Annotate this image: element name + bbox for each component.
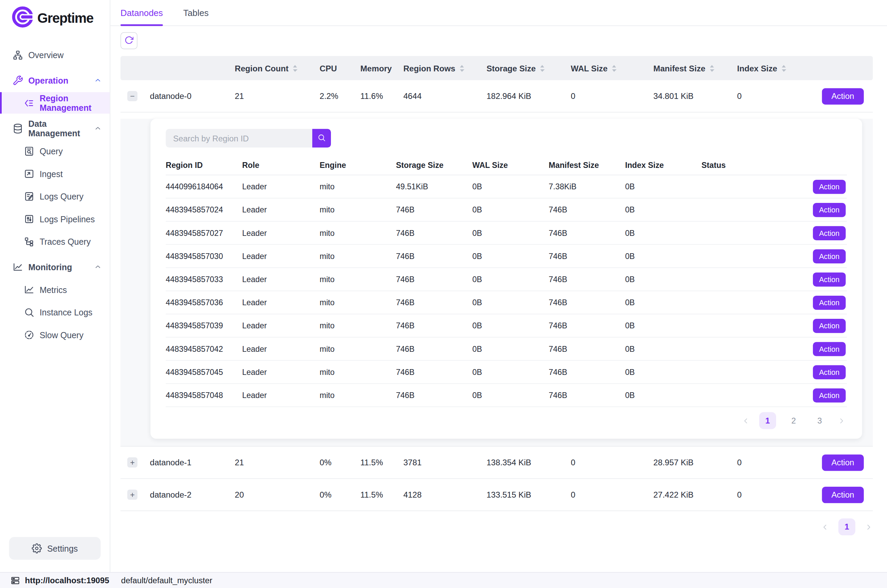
expand-row-button[interactable]: + — [127, 489, 137, 500]
region-table-header: Region IDRoleEngineStorage SizeWAL SizeM… — [165, 155, 847, 175]
sidebar-item-query[interactable]: Query — [0, 140, 110, 162]
sidebar-item-logs-pipelines[interactable]: Logs Pipelines — [0, 208, 110, 230]
action-button[interactable]: Action — [822, 454, 864, 470]
cell-memory: 11.6% — [361, 92, 403, 100]
region-row: 4483945857024Leadermito746B0B746B0BActio… — [165, 198, 847, 222]
sidebar-item-traces-query[interactable]: Traces Query — [0, 231, 110, 252]
region-column-role: Role — [242, 160, 320, 170]
region-action-button[interactable]: Action — [813, 365, 846, 379]
region-cell-manifest-size: 746B — [549, 205, 625, 214]
action-button[interactable]: Action — [822, 88, 864, 104]
region-row: 4483945857042Leadermito746B0B746B0BActio… — [165, 338, 847, 361]
region-row: 4483945857045Leadermito746B0B746B0BActio… — [165, 361, 847, 384]
region-cell-storage-size: 746B — [396, 321, 472, 330]
sidebar-item-logs-query[interactable]: Logs Query — [0, 186, 110, 207]
sidebar-item-operation[interactable]: Operation — [0, 70, 110, 91]
region-action-button[interactable]: Action — [813, 388, 846, 402]
sort-icon[interactable] — [459, 64, 464, 72]
region-cell-wal-size: 0B — [472, 321, 549, 330]
sidebar-item-metrics[interactable]: Metrics — [0, 279, 110, 300]
region-cell-engine: mito — [320, 252, 396, 261]
region-cell-role: Leader — [242, 182, 320, 191]
datanode-row-datanode-2: +datanode-2200%11.5%4128133.515 KiB027.4… — [120, 479, 873, 511]
region-cell-manifest-size: 746B — [549, 228, 625, 238]
region-cell-storage-size: 746B — [396, 368, 472, 376]
region-action-button[interactable]: Action — [813, 226, 846, 240]
chevron-right-icon[interactable] — [864, 523, 873, 531]
page-1[interactable]: 1 — [838, 518, 855, 536]
settings-button[interactable]: Settings — [9, 537, 101, 560]
region-cell-role: Leader — [242, 205, 320, 214]
region-card: Region IDRoleEngineStorage SizeWAL SizeM… — [150, 118, 862, 438]
region-cell-role: Leader — [242, 321, 320, 330]
region-action-cell: Action — [769, 245, 847, 267]
region-cell-index-size: 0B — [625, 252, 702, 261]
sidebar-item-ingest[interactable]: Ingest — [0, 163, 110, 184]
sidebar-item-label: Data Management — [28, 118, 89, 138]
tab-datanodes[interactable]: Datanodes — [120, 0, 163, 26]
region-cell-manifest-size: 746B — [549, 390, 625, 400]
app-window: Greptime OverviewOperationRegion Managem… — [0, 0, 887, 588]
region-action-button[interactable]: Action — [813, 318, 846, 333]
sidebar-item-label: Metrics — [39, 285, 67, 294]
region-action-button[interactable]: Action — [813, 342, 846, 356]
region-action-cell: Action — [769, 384, 847, 406]
tab-label: Tables — [183, 8, 209, 18]
sort-icon[interactable] — [293, 64, 298, 72]
page-2[interactable]: 2 — [785, 412, 802, 429]
sort-icon[interactable] — [710, 64, 714, 72]
region-row: 4440996184064Leadermito49.51KiB0B7.38KiB… — [165, 176, 847, 198]
region-action-button[interactable]: Action — [813, 272, 846, 286]
region-cell-manifest-size: 7.38KiB — [549, 182, 625, 191]
refresh-button[interactable] — [120, 32, 137, 49]
region-row: 4483945857039Leadermito746B0B746B0BActio… — [165, 314, 847, 338]
region-action-button[interactable]: Action — [813, 202, 846, 217]
region-action-cell: Action — [769, 222, 847, 244]
sidebar-item-data-management[interactable]: Data Management — [0, 118, 110, 139]
column-header-region-count: Region Count — [235, 63, 319, 73]
search-icon — [24, 307, 35, 318]
column-header-label: Region Count — [235, 63, 289, 73]
sidebar-item-slow-query[interactable]: Slow Query — [0, 324, 110, 345]
sidebar-item-instance-logs[interactable]: Instance Logs — [0, 302, 110, 323]
chevron-left-icon[interactable] — [742, 416, 750, 425]
sidebar-item-monitoring[interactable]: Monitoring — [0, 256, 110, 278]
sidebar-item-overview[interactable]: Overview — [0, 44, 110, 66]
region-search-button[interactable] — [312, 129, 331, 147]
tab-tables[interactable]: Tables — [183, 0, 209, 26]
expand-row-button[interactable]: + — [127, 458, 137, 468]
chevron-right-icon[interactable] — [837, 416, 846, 425]
region-action-button[interactable]: Action — [813, 249, 846, 263]
page-3[interactable]: 3 — [811, 412, 828, 429]
logs-pipelines-icon — [24, 213, 35, 224]
sort-icon[interactable] — [781, 64, 786, 72]
refresh-icon — [125, 35, 134, 46]
connection-url: http://localhost:19095 — [25, 576, 109, 585]
action-button[interactable]: Action — [822, 486, 864, 503]
gear-icon — [32, 543, 42, 554]
region-cell-engine: mito — [320, 228, 396, 238]
search-icon — [317, 133, 326, 143]
region-icon — [24, 98, 35, 108]
expander-cell: − — [120, 80, 150, 112]
cell-memory: 11.5% — [361, 490, 403, 499]
sidebar-item-label: Monitoring — [28, 262, 72, 272]
cell-manifest-size: 28.957 KiB — [653, 458, 737, 467]
region-action-button[interactable]: Action — [813, 180, 846, 194]
region-column-engine: Engine — [320, 160, 396, 170]
region-search-input[interactable] — [165, 129, 312, 147]
cell-region-rows: 4128 — [403, 490, 487, 499]
region-action-cell: Action — [769, 291, 847, 314]
region-cell-wal-size: 0B — [472, 274, 549, 284]
region-panel: Region IDRoleEngineStorage SizeWAL SizeM… — [120, 118, 873, 447]
chevron-left-icon[interactable] — [821, 523, 829, 531]
sort-icon[interactable] — [612, 64, 616, 72]
region-cell-index-size: 0B — [625, 368, 702, 376]
collapse-row-button[interactable]: − — [127, 91, 137, 101]
sort-icon[interactable] — [540, 64, 545, 72]
region-cell-role: Leader — [242, 274, 320, 284]
page-1[interactable]: 1 — [759, 412, 776, 429]
tab-bar: DatanodesTables — [110, 0, 887, 26]
sidebar-item-region-management[interactable]: Region Management — [0, 92, 110, 114]
region-action-button[interactable]: Action — [813, 296, 846, 310]
